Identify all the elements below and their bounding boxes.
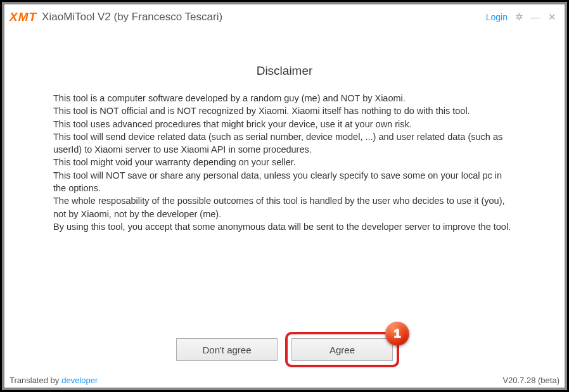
app-logo: XMT [10,10,37,24]
content-area: Disclaimer This tool is a computer softw… [4,30,565,388]
window-frame: XMT XiaoMiTool V2 (by Francesco Tescari)… [2,2,567,390]
version-label: V20.7.28 (beta) [502,376,559,385]
title-bar: XMT XiaoMiTool V2 (by Francesco Tescari)… [4,4,565,30]
developer-link[interactable]: developer [61,376,98,385]
login-link[interactable]: Login [486,12,508,22]
dialog-heading: Disclaimer [257,64,313,78]
button-row: Don't agree Agree 1 [176,338,393,361]
app-title: XiaoMiTool V2 (by Francesco Tescari) [42,11,222,23]
dont-agree-button[interactable]: Don't agree [176,338,278,361]
close-icon[interactable]: ✕ [547,11,557,23]
minimize-icon[interactable]: — [530,11,540,22]
annotation-badge: 1 [385,322,409,346]
translated-by-label: Translated by [10,376,59,385]
disclaimer-body: This tool is a computer software develop… [53,92,516,233]
window: XMT XiaoMiTool V2 (by Francesco Tescari)… [4,4,565,388]
settings-icon[interactable]: ✲ [514,11,524,23]
agree-button[interactable]: Agree [291,338,393,361]
footer: Translated by developer V20.7.28 (beta) [10,376,559,385]
